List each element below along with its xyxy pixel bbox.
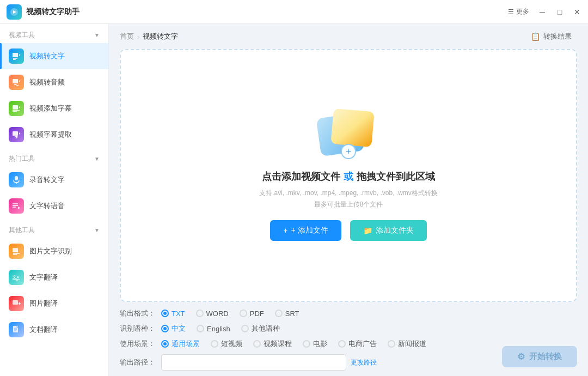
- scene-option-news[interactable]: 新闻报道: [388, 339, 426, 349]
- maximize-btn[interactable]: □: [555, 8, 564, 16]
- menu-icon: ☰: [508, 8, 514, 16]
- sidebar-item-image-text[interactable]: 图片文字识别: [0, 238, 108, 264]
- section-label-other: 其他工具: [9, 226, 35, 235]
- svg-marker-3: [19, 54, 20, 56]
- sidebar-item-video-extract-subtitle[interactable]: 视频字幕提取: [0, 122, 108, 148]
- add-folder-btn[interactable]: 📁 添加文件夹: [350, 220, 427, 241]
- sidebar-item-label: 视频字幕提取: [29, 130, 72, 140]
- start-convert-btn[interactable]: ⚙ 开始转换: [502, 346, 577, 367]
- sidebar-item-video-add-subtitle[interactable]: 视频添加字幕: [0, 95, 108, 122]
- scene-option-course[interactable]: 视频课程: [253, 339, 292, 349]
- format-radio-word[interactable]: [196, 310, 204, 317]
- format-option-srt[interactable]: SRT: [275, 310, 299, 318]
- scene-radio-ecommerce[interactable]: [338, 340, 346, 348]
- scene-option-ecommerce[interactable]: 电商广告: [338, 339, 377, 349]
- scene-label-course: 视频课程: [264, 339, 292, 349]
- drop-title-text: 点击添加视频文件: [262, 170, 340, 183]
- change-path-btn[interactable]: 更改路径: [351, 358, 377, 367]
- sidebar-item-text-translation[interactable]: 文A 文字翻译: [0, 264, 108, 290]
- app-logo: [7, 4, 22, 20]
- format-radio-srt[interactable]: [275, 310, 283, 317]
- drop-title-drag: 拖拽文件到此区域: [357, 170, 435, 183]
- sidebar-item-video-to-text[interactable]: 视频转文字: [0, 43, 108, 69]
- scene-label-general: 通用场景: [171, 339, 200, 349]
- result-btn[interactable]: 📋 转换结果: [525, 29, 577, 44]
- start-icon: ⚙: [517, 351, 525, 362]
- breadcrumb-bar: 首页 › 视频转文字 📋 转换结果: [109, 24, 588, 49]
- close-btn[interactable]: ✕: [573, 8, 581, 16]
- format-label-word: WORD: [206, 310, 229, 318]
- scene-radio-news[interactable]: [388, 340, 395, 348]
- result-icon: 📋: [531, 32, 540, 41]
- video-text-icon: [9, 48, 24, 64]
- add-file-label: + 添加文件: [291, 226, 328, 235]
- language-label-chinese: 中文: [171, 324, 186, 333]
- start-btn-area: ⚙ 开始转换: [502, 346, 577, 367]
- sidebar-section-hot-tools: 热门工具 ▼: [0, 148, 108, 167]
- sidebar-item-document-translation[interactable]: 文档翻译: [0, 317, 108, 343]
- language-radio-english[interactable]: [197, 325, 204, 332]
- sidebar-section-video-tools: 视频工具 ▼: [0, 24, 108, 43]
- format-label-pdf: PDF: [250, 310, 264, 318]
- minimize-btn[interactable]: ─: [538, 8, 547, 16]
- add-file-btn[interactable]: + + 添加文件: [270, 220, 341, 241]
- app-title: 视频转文字助手: [26, 7, 79, 17]
- breadcrumb-current: 视频转文字: [143, 32, 178, 41]
- image-text-icon: [9, 244, 24, 259]
- scene-option-short-video[interactable]: 短视频: [211, 339, 242, 349]
- language-option-english[interactable]: English: [197, 325, 230, 333]
- scene-radio-movie[interactable]: [303, 340, 310, 348]
- svg-marker-13: [19, 132, 20, 135]
- svg-text:A: A: [16, 275, 19, 279]
- path-label: 输出路径：: [120, 357, 157, 367]
- image-trans-icon: [9, 296, 24, 311]
- format-option-txt[interactable]: TXT: [161, 310, 185, 318]
- svg-rect-6: [13, 79, 18, 83]
- scene-label-news: 新闻报道: [398, 339, 426, 349]
- language-label-english: English: [207, 325, 230, 333]
- drop-title-or: 或: [344, 170, 353, 183]
- path-input[interactable]: [161, 354, 346, 371]
- language-row: 识别语种： 中文 English 其他语种: [120, 324, 577, 333]
- video-subtitle-icon: [9, 101, 24, 116]
- sidebar-item-label: 文字翻译: [29, 272, 58, 282]
- start-label: 开始转换: [529, 351, 562, 362]
- sidebar-item-video-to-audio[interactable]: 视频转音频: [0, 69, 108, 95]
- add-file-icon: +: [283, 226, 287, 235]
- sidebar-item-audio-to-text[interactable]: 录音转文字: [0, 167, 108, 193]
- scene-option-general[interactable]: 通用场景: [161, 339, 200, 349]
- breadcrumb-sep: ›: [137, 33, 139, 41]
- sidebar-item-image-translation[interactable]: 图片翻译: [0, 290, 108, 317]
- language-radio-other[interactable]: [241, 325, 249, 332]
- scene-radio-course[interactable]: [253, 340, 261, 348]
- language-option-other[interactable]: 其他语种: [241, 324, 280, 333]
- result-label: 转换结果: [543, 32, 572, 41]
- drop-zone[interactable]: + 点击添加视频文件 或 拖拽文件到此区域 支持.avi, .mkv, .mov…: [120, 49, 577, 302]
- language-radio-chinese[interactable]: [161, 325, 169, 332]
- format-label-srt: SRT: [285, 310, 299, 318]
- sidebar-item-label: 视频转文字: [29, 51, 65, 61]
- format-row: 输出格式： TXT WORD PDF: [120, 308, 577, 318]
- section-arrow-hot: ▼: [94, 156, 100, 162]
- format-option-pdf[interactable]: PDF: [240, 310, 264, 318]
- scene-option-movie[interactable]: 电影: [303, 339, 327, 349]
- sidebar-item-text-to-audio[interactable]: 文字转语音: [0, 193, 108, 219]
- sidebar-section-other-tools: 其他工具 ▼: [0, 219, 108, 238]
- breadcrumb-home[interactable]: 首页: [120, 32, 134, 41]
- sidebar-item-label: 文字转语音: [29, 201, 65, 211]
- scene-radio-short-video[interactable]: [211, 340, 218, 348]
- svg-marker-20: [18, 207, 20, 209]
- svg-rect-12: [13, 131, 18, 136]
- scene-radio-general[interactable]: [161, 340, 169, 348]
- audio-text-icon: [9, 172, 24, 187]
- svg-point-22: [14, 249, 15, 250]
- format-radio-pdf[interactable]: [240, 310, 247, 317]
- format-radio-txt[interactable]: [161, 310, 169, 317]
- drop-formats: 支持.avi, .mkv, .mov, .mp4, .mpeg, .rmvb, …: [259, 189, 438, 198]
- section-label-hot: 热门工具: [9, 154, 35, 163]
- format-option-word[interactable]: WORD: [196, 310, 229, 318]
- more-menu-btn[interactable]: ☰ 更多: [508, 7, 529, 16]
- drop-limit: 最多可批量上传8个文件: [314, 200, 383, 209]
- drop-icon: +: [318, 110, 378, 159]
- language-option-chinese[interactable]: 中文: [161, 324, 186, 333]
